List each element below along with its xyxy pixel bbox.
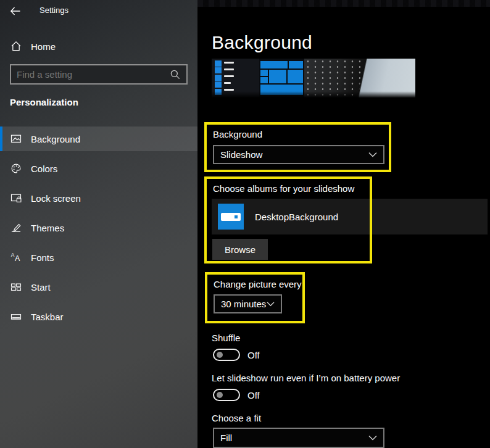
sidebar-item-label: Colors (31, 164, 57, 174)
sidebar-item-label: Lock screen (31, 193, 81, 204)
sidebar-item-themes[interactable]: Themes (0, 215, 197, 240)
sidebar-item-background[interactable]: Background (0, 127, 197, 151)
shuffle-toggle-state: Off (247, 350, 260, 360)
sidebar-item-start[interactable]: Start (0, 275, 197, 299)
albums-section-label: Choose albums for your slideshow (213, 183, 354, 194)
battery-label: Let slideshow run even if I’m on battery… (212, 373, 400, 383)
change-picture-value: 30 minutes (221, 299, 267, 309)
search-input[interactable] (11, 69, 169, 80)
sidebar-item-taskbar[interactable]: Taskbar (0, 304, 197, 329)
battery-toggle[interactable] (213, 389, 240, 401)
shuffle-toggle[interactable] (213, 349, 240, 361)
sidebar-item-fonts[interactable]: AA Fonts (0, 245, 197, 270)
home-label: Home (31, 41, 56, 52)
preview-startmenu-list (212, 59, 259, 97)
battery-toggle-state: Off (247, 390, 260, 400)
fit-dropdown-label: Choose a fit (212, 413, 261, 423)
search-box (10, 64, 188, 85)
preview-startmenu-tiles (259, 59, 304, 97)
main-content: Background (197, 0, 490, 448)
preview-photo (304, 59, 415, 97)
toggle-knob (217, 352, 223, 358)
sidebar-nav: Background Colors Lock screen (0, 127, 197, 334)
chevron-down-icon (368, 435, 377, 441)
svg-text:A: A (15, 254, 20, 263)
back-button[interactable] (7, 4, 23, 19)
sidebar-item-label: Themes (31, 223, 64, 233)
sidebar-item-colors[interactable]: Colors (0, 156, 197, 181)
home-icon (10, 40, 22, 52)
album-name: DesktopBackground (255, 212, 338, 222)
background-dropdown[interactable]: Slideshow (213, 145, 384, 164)
background-dropdown-value: Slideshow (220, 149, 368, 160)
background-preview-image (212, 59, 415, 97)
selected-accent-bar (0, 127, 2, 151)
start-tiles-icon (10, 281, 22, 293)
lock-screen-icon (10, 192, 22, 204)
toggle-knob (217, 392, 223, 398)
change-picture-dropdown[interactable]: 30 minutes (214, 294, 282, 313)
top-texture-strip (197, 0, 490, 7)
sidebar-item-lock-screen[interactable]: Lock screen (0, 186, 197, 210)
shuffle-label: Shuffle (212, 333, 240, 343)
search-icon[interactable] (169, 68, 181, 81)
fonts-icon: AA (10, 251, 22, 263)
fit-dropdown-value: Fill (220, 433, 368, 443)
palette-icon (10, 162, 22, 175)
page-title: Background (212, 32, 312, 53)
fit-dropdown[interactable]: Fill (213, 428, 384, 448)
section-header-personalization: Personalization (10, 97, 78, 107)
themes-icon (10, 222, 22, 234)
album-list-item[interactable]: DesktopBackground (212, 199, 488, 234)
svg-text:A: A (11, 252, 15, 258)
album-folder-icon (218, 204, 244, 230)
sidebar-item-label: Background (31, 134, 80, 144)
browse-button[interactable]: Browse (212, 239, 268, 260)
sidebar: Settings Home Personalization Background (0, 0, 197, 448)
window-title: Settings (39, 6, 69, 15)
back-arrow-icon (10, 6, 21, 16)
chevron-down-icon (368, 152, 377, 157)
chevron-down-icon (267, 301, 275, 307)
sidebar-item-label: Fonts (31, 252, 54, 263)
change-picture-label: Change picture every (214, 279, 302, 289)
browse-button-label: Browse (225, 244, 255, 255)
sidebar-item-label: Start (31, 282, 51, 292)
picture-icon (10, 133, 22, 145)
background-dropdown-label: Background (213, 129, 262, 139)
settings-window: Settings Home Personalization Background (0, 0, 490, 448)
sidebar-item-label: Taskbar (31, 312, 64, 322)
sidebar-item-home[interactable]: Home (0, 35, 197, 58)
taskbar-icon (10, 310, 22, 323)
